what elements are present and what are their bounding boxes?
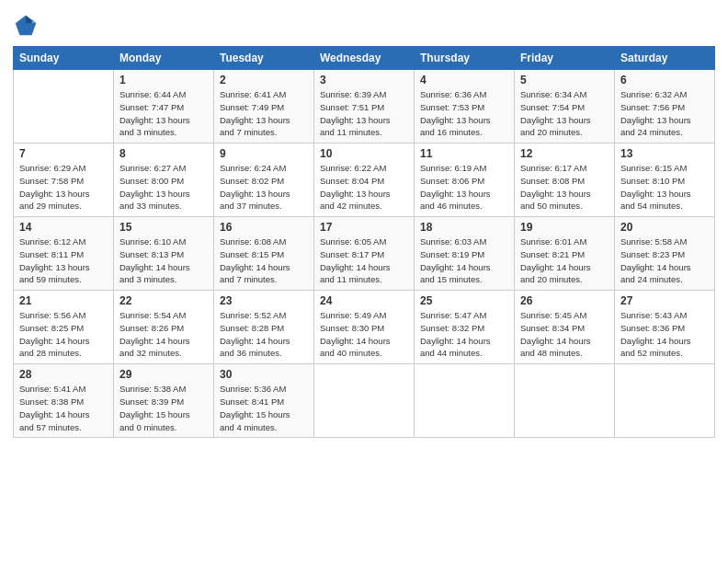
day-info: Sunrise: 5:49 AM Sunset: 8:30 PM Dayligh… [320, 309, 408, 360]
day-header-thursday: Thursday [415, 47, 515, 70]
day-info: Sunrise: 6:10 AM Sunset: 8:13 PM Dayligh… [119, 236, 208, 286]
week-row-1: 1Sunrise: 6:44 AM Sunset: 7:47 PM Daylig… [14, 70, 715, 144]
day-info: Sunrise: 6:44 AM Sunset: 7:47 PM Dayligh… [119, 88, 208, 139]
day-info: Sunrise: 6:05 AM Sunset: 8:17 PM Dayligh… [320, 236, 408, 286]
day-header-monday: Monday [114, 47, 214, 70]
day-number: 12 [520, 147, 609, 160]
logo-icon [13, 13, 39, 39]
day-info: Sunrise: 5:54 AM Sunset: 8:26 PM Dayligh… [119, 309, 208, 360]
calendar-cell [515, 364, 615, 438]
header-row: SundayMondayTuesdayWednesdayThursdayFrid… [14, 47, 715, 70]
day-info: Sunrise: 6:29 AM Sunset: 7:58 PM Dayligh… [19, 162, 108, 213]
day-number: 30 [220, 368, 308, 381]
calendar-cell: 7Sunrise: 6:29 AM Sunset: 7:58 PM Daylig… [14, 144, 114, 217]
day-number: 7 [19, 147, 108, 160]
calendar-cell: 10Sunrise: 6:22 AM Sunset: 8:04 PM Dayli… [314, 144, 415, 217]
day-number: 28 [19, 368, 108, 381]
calendar-cell: 5Sunrise: 6:34 AM Sunset: 7:54 PM Daylig… [515, 70, 615, 144]
day-info: Sunrise: 6:39 AM Sunset: 7:51 PM Dayligh… [320, 88, 408, 139]
calendar-cell: 28Sunrise: 5:41 AM Sunset: 8:38 PM Dayli… [14, 364, 114, 438]
day-info: Sunrise: 6:27 AM Sunset: 8:00 PM Dayligh… [119, 162, 208, 213]
day-number: 23 [220, 294, 308, 307]
day-info: Sunrise: 5:36 AM Sunset: 8:41 PM Dayligh… [220, 383, 308, 433]
calendar-cell [14, 70, 114, 144]
day-number: 10 [320, 147, 408, 160]
day-number: 1 [119, 74, 208, 86]
day-header-wednesday: Wednesday [314, 47, 415, 70]
day-number: 25 [420, 294, 508, 307]
day-header-saturday: Saturday [615, 47, 715, 70]
day-number: 17 [320, 221, 408, 234]
calendar-cell: 21Sunrise: 5:56 AM Sunset: 8:25 PM Dayli… [14, 291, 114, 364]
calendar-cell: 3Sunrise: 6:39 AM Sunset: 7:51 PM Daylig… [314, 70, 415, 144]
day-info: Sunrise: 6:36 AM Sunset: 7:53 PM Dayligh… [420, 88, 508, 139]
calendar-cell: 20Sunrise: 5:58 AM Sunset: 8:23 PM Dayli… [615, 217, 715, 291]
calendar-cell: 16Sunrise: 6:08 AM Sunset: 8:15 PM Dayli… [214, 217, 314, 291]
calendar-cell: 1Sunrise: 6:44 AM Sunset: 7:47 PM Daylig… [114, 70, 214, 144]
day-number: 9 [220, 147, 308, 160]
day-number: 15 [119, 221, 208, 234]
week-row-2: 7Sunrise: 6:29 AM Sunset: 7:58 PM Daylig… [14, 144, 715, 217]
day-number: 13 [620, 147, 709, 160]
day-number: 5 [520, 74, 609, 86]
day-info: Sunrise: 5:58 AM Sunset: 8:23 PM Dayligh… [620, 236, 709, 286]
day-number: 3 [320, 74, 408, 86]
calendar-cell: 15Sunrise: 6:10 AM Sunset: 8:13 PM Dayli… [114, 217, 214, 291]
day-number: 29 [119, 368, 208, 381]
calendar-cell: 19Sunrise: 6:01 AM Sunset: 8:21 PM Dayli… [515, 217, 615, 291]
day-number: 27 [620, 294, 709, 307]
day-number: 20 [620, 221, 709, 234]
calendar-cell: 24Sunrise: 5:49 AM Sunset: 8:30 PM Dayli… [314, 291, 415, 364]
week-row-4: 21Sunrise: 5:56 AM Sunset: 8:25 PM Dayli… [14, 291, 715, 364]
day-info: Sunrise: 6:17 AM Sunset: 8:08 PM Dayligh… [520, 162, 609, 213]
day-number: 4 [420, 74, 508, 86]
calendar-cell: 30Sunrise: 5:36 AM Sunset: 8:41 PM Dayli… [214, 364, 314, 438]
day-number: 18 [420, 221, 508, 234]
day-number: 8 [119, 147, 208, 160]
day-info: Sunrise: 5:52 AM Sunset: 8:28 PM Dayligh… [220, 309, 308, 360]
day-info: Sunrise: 6:32 AM Sunset: 7:56 PM Dayligh… [620, 88, 709, 139]
calendar-cell [314, 364, 415, 438]
calendar-cell: 8Sunrise: 6:27 AM Sunset: 8:00 PM Daylig… [114, 144, 214, 217]
day-info: Sunrise: 5:38 AM Sunset: 8:39 PM Dayligh… [119, 383, 208, 433]
day-info: Sunrise: 5:41 AM Sunset: 8:38 PM Dayligh… [19, 383, 108, 433]
calendar-cell: 6Sunrise: 6:32 AM Sunset: 7:56 PM Daylig… [615, 70, 715, 144]
calendar-cell: 4Sunrise: 6:36 AM Sunset: 7:53 PM Daylig… [415, 70, 515, 144]
day-info: Sunrise: 6:12 AM Sunset: 8:11 PM Dayligh… [19, 236, 108, 286]
calendar-cell: 23Sunrise: 5:52 AM Sunset: 8:28 PM Dayli… [214, 291, 314, 364]
day-header-friday: Friday [515, 47, 615, 70]
day-info: Sunrise: 5:47 AM Sunset: 8:32 PM Dayligh… [420, 309, 508, 360]
svg-marker-2 [32, 19, 37, 24]
calendar-cell [415, 364, 515, 438]
day-info: Sunrise: 6:03 AM Sunset: 8:19 PM Dayligh… [420, 236, 508, 286]
week-row-5: 28Sunrise: 5:41 AM Sunset: 8:38 PM Dayli… [14, 364, 715, 438]
day-info: Sunrise: 6:01 AM Sunset: 8:21 PM Dayligh… [520, 236, 609, 286]
day-info: Sunrise: 6:34 AM Sunset: 7:54 PM Dayligh… [520, 88, 609, 139]
day-info: Sunrise: 6:22 AM Sunset: 8:04 PM Dayligh… [320, 162, 408, 213]
page: SundayMondayTuesdayWednesdayThursdayFrid… [0, 0, 728, 563]
calendar-cell: 22Sunrise: 5:54 AM Sunset: 8:26 PM Dayli… [114, 291, 214, 364]
calendar-cell: 25Sunrise: 5:47 AM Sunset: 8:32 PM Dayli… [415, 291, 515, 364]
day-info: Sunrise: 6:24 AM Sunset: 8:02 PM Dayligh… [220, 162, 308, 213]
day-number: 21 [19, 294, 108, 307]
day-number: 14 [19, 221, 108, 234]
day-info: Sunrise: 5:45 AM Sunset: 8:34 PM Dayligh… [520, 309, 609, 360]
day-number: 2 [220, 74, 308, 86]
calendar-cell: 2Sunrise: 6:41 AM Sunset: 7:49 PM Daylig… [214, 70, 314, 144]
day-number: 19 [520, 221, 609, 234]
calendar-cell: 29Sunrise: 5:38 AM Sunset: 8:39 PM Dayli… [114, 364, 214, 438]
day-number: 22 [119, 294, 208, 307]
day-info: Sunrise: 6:08 AM Sunset: 8:15 PM Dayligh… [220, 236, 308, 286]
day-number: 11 [420, 147, 508, 160]
day-info: Sunrise: 5:56 AM Sunset: 8:25 PM Dayligh… [19, 309, 108, 360]
day-number: 24 [320, 294, 408, 307]
day-info: Sunrise: 6:15 AM Sunset: 8:10 PM Dayligh… [620, 162, 709, 213]
week-row-3: 14Sunrise: 6:12 AM Sunset: 8:11 PM Dayli… [14, 217, 715, 291]
logo [13, 13, 42, 39]
calendar-cell: 12Sunrise: 6:17 AM Sunset: 8:08 PM Dayli… [515, 144, 615, 217]
calendar-cell: 14Sunrise: 6:12 AM Sunset: 8:11 PM Dayli… [14, 217, 114, 291]
day-number: 26 [520, 294, 609, 307]
calendar-cell: 26Sunrise: 5:45 AM Sunset: 8:34 PM Dayli… [515, 291, 615, 364]
calendar-cell: 17Sunrise: 6:05 AM Sunset: 8:17 PM Dayli… [314, 217, 415, 291]
day-number: 16 [220, 221, 308, 234]
